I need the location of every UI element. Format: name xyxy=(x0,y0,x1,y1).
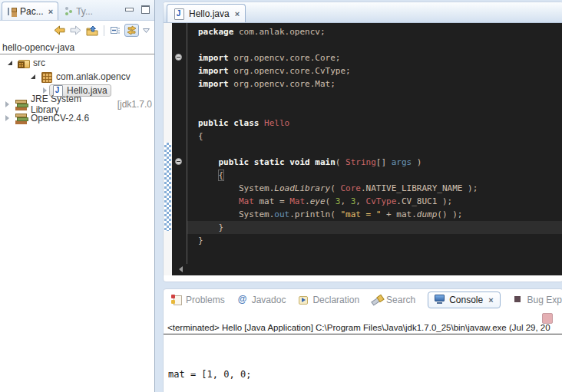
editor-body: package com.anlak.opencv; import org.ope… xyxy=(164,23,562,264)
type-hierarchy-icon xyxy=(63,7,73,16)
tree-item-label: com.anlak.opencv xyxy=(56,71,131,82)
code-line xyxy=(198,104,562,117)
view-tab-search[interactable]: Search xyxy=(372,295,415,305)
range-indicator xyxy=(164,143,171,231)
editor-tab-label: Hello.java xyxy=(189,8,230,19)
code-line: import org.opencv.core.CvType; xyxy=(198,64,562,77)
code-line: package com.anlak.opencv; xyxy=(198,25,562,38)
toolbar-separator xyxy=(104,25,104,36)
back-button[interactable] xyxy=(53,25,66,36)
code-line: { xyxy=(198,169,562,182)
expanded-arrow-icon[interactable] xyxy=(31,74,35,79)
view-tab-label: Problems xyxy=(186,295,225,305)
console-output-line: mat = [1, 0, 0; xyxy=(168,367,562,382)
annotation-ruler xyxy=(164,23,172,264)
code-line: System.LoadLibrary( Core.NATIVE_LIBRARY_… xyxy=(198,182,562,195)
tree-item-label: OpenCV-2.4.6 xyxy=(31,113,89,124)
code-line xyxy=(198,91,562,104)
javadoc-icon xyxy=(237,295,248,305)
editor-tabbar: Hello.java × xyxy=(164,2,562,23)
package-explorer-icon xyxy=(7,7,17,16)
view-tab-label: Bug Explorer xyxy=(527,295,562,305)
code-area[interactable]: package com.anlak.opencv; import org.ope… xyxy=(187,23,562,264)
console-icon xyxy=(435,295,445,305)
fold-collapse-icon[interactable] xyxy=(175,54,182,61)
forward-button[interactable] xyxy=(69,25,82,36)
scroll-left-icon[interactable] xyxy=(179,266,183,272)
view-tab-label: Declaration xyxy=(312,295,359,305)
terminate-button[interactable] xyxy=(542,313,553,324)
console-status: <terminated> Hello [Java Application] C:… xyxy=(164,323,562,334)
tree-item[interactable]: JRE System Library [jdk1.7.0 xyxy=(0,97,154,111)
collapse-all-button[interactable] xyxy=(109,25,121,36)
code-line: public static void main( String[] args ) xyxy=(198,156,562,169)
sidebar-tabbar: Pac... × Ty... xyxy=(0,0,154,21)
view-tab-label: Search xyxy=(386,295,415,305)
horizontal-scrollbar[interactable] xyxy=(172,264,562,275)
collapsed-arrow-icon[interactable] xyxy=(5,115,9,121)
view-tab-console[interactable]: Console× xyxy=(428,292,500,308)
fold-collapse-icon[interactable] xyxy=(175,158,182,165)
close-icon[interactable]: × xyxy=(48,7,53,16)
tab-hello-java[interactable]: Hello.java × xyxy=(167,4,246,22)
view-tab-label: Console xyxy=(449,295,483,305)
bug-icon xyxy=(513,295,524,305)
expanded-arrow-icon[interactable] xyxy=(8,61,12,65)
problems-icon xyxy=(171,295,182,305)
search-icon xyxy=(372,295,382,305)
tree-item-decorator: [jdk1.7.0 xyxy=(114,99,152,110)
package-icon xyxy=(41,71,53,82)
editor-pane: Hello.java × package com.anlak.opencv; i… xyxy=(163,2,562,282)
close-icon[interactable]: × xyxy=(235,9,240,18)
code-line: Mat mat = Mat.eye( 3, 3, CvType.CV_8UC1 … xyxy=(198,195,562,208)
code-line: } xyxy=(187,221,562,234)
tree-item[interactable]: src xyxy=(0,56,154,70)
collapsed-arrow-icon[interactable] xyxy=(5,101,9,107)
minimize-icon[interactable] xyxy=(125,8,134,12)
declaration-icon xyxy=(298,295,309,305)
ruler-stub xyxy=(164,264,172,275)
code-line: { xyxy=(198,130,562,143)
tab-package-explorer[interactable]: Pac... × xyxy=(2,2,58,20)
tree-root-project[interactable]: hello-opencv-java xyxy=(0,40,154,54)
view-tab-label: Javadoc xyxy=(252,295,286,305)
panel-window-buttons xyxy=(125,5,150,14)
code-line: } xyxy=(198,234,562,247)
library-icon xyxy=(15,99,28,110)
view-menu-button[interactable] xyxy=(142,28,150,34)
view-tab-declaration[interactable]: Declaration xyxy=(298,295,359,305)
tree-item[interactable]: com.anlak.opencv xyxy=(0,70,154,84)
library-icon xyxy=(15,113,28,124)
link-with-editor-button[interactable] xyxy=(124,24,139,37)
view-tabbar: ProblemsJavadocDeclarationSearchConsole×… xyxy=(164,289,562,310)
maximize-icon[interactable] xyxy=(141,5,150,14)
code-line: public class Hello xyxy=(198,117,562,130)
sidebar-toolbar xyxy=(0,21,154,40)
console-pane: ProblemsJavadocDeclarationSearchConsole×… xyxy=(163,288,562,392)
java-file-icon xyxy=(173,8,185,19)
up-folder-button[interactable] xyxy=(85,25,99,37)
code-line xyxy=(198,143,562,156)
project-tree: srccom.anlak.opencvHello.javaJRE System … xyxy=(0,54,154,125)
code-line: import org.opencv.core.Core; xyxy=(198,51,562,64)
code-line xyxy=(198,38,562,51)
java-file-icon xyxy=(51,85,64,96)
tab-label: Ty... xyxy=(76,6,93,17)
view-tab-bug-explorer[interactable]: Bug Explorer xyxy=(513,295,562,305)
view-tab-problems[interactable]: Problems xyxy=(171,295,225,305)
package-folder-icon xyxy=(18,58,30,68)
close-icon[interactable]: × xyxy=(488,295,493,305)
package-explorer-panel: Pac... × Ty... hello-opencv-java srccom.… xyxy=(0,0,155,392)
tree-item-label: src xyxy=(33,58,45,68)
console-output: mat = [1, 0, 0; 0, 1, 0; 0, 0, 1] xyxy=(164,334,562,392)
code-line: import org.opencv.core.Mat; xyxy=(198,77,562,91)
folding-gutter xyxy=(172,23,187,264)
eclipse-window: Pac... × Ty... hello-opencv-java srccom.… xyxy=(0,0,562,392)
tab-type-hierarchy[interactable]: Ty... xyxy=(58,2,98,20)
code-line: System.out.println( "mat = " + mat.dump(… xyxy=(198,208,562,221)
tab-label: Pac... xyxy=(20,6,44,17)
editor-scroll-row xyxy=(164,264,562,275)
view-tab-javadoc[interactable]: Javadoc xyxy=(237,295,286,305)
